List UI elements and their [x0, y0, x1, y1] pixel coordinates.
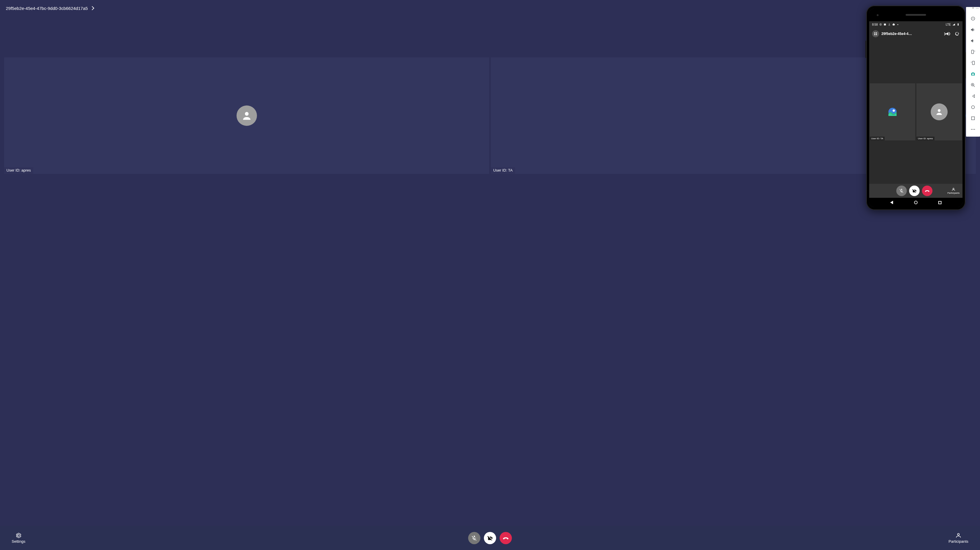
emulator-zoom-button[interactable]: [969, 82, 977, 89]
overview-icon: [970, 116, 975, 121]
emulator-home-button[interactable]: [969, 104, 977, 111]
emulator-back-button[interactable]: [969, 93, 977, 100]
hangup-button[interactable]: [500, 532, 512, 544]
mic-off-icon: [471, 535, 477, 541]
mic-off-icon: [899, 189, 904, 193]
rotate-right-icon: [970, 60, 975, 65]
phone-frame: 8:58 • LTE 29f5eb2e-45e4-4…: [866, 6, 966, 210]
volume-down-icon: [970, 38, 975, 43]
gear-icon: [879, 23, 882, 26]
app-header: 29f5eb2e-45e4-47bc-9dd0-3cb6624d17a5: [0, 0, 980, 16]
phone-participants-button[interactable]: Participants: [947, 187, 959, 194]
home-icon: [970, 105, 975, 110]
gear-icon: [15, 532, 22, 539]
android-nav-bar: [869, 198, 963, 207]
tile-label: User ID: TA: [491, 167, 515, 174]
phone-participants-label: Participants: [947, 192, 959, 194]
settings-label: Settings: [12, 539, 25, 544]
phone-screen: 8:58 • LTE 29f5eb2e-45e4-4…: [869, 8, 963, 207]
phone-mute-button[interactable]: [896, 185, 907, 196]
mute-button[interactable]: [468, 532, 480, 544]
camera-off-icon: [487, 535, 493, 541]
camera-button[interactable]: [484, 532, 496, 544]
phone-video-tile[interactable]: User ID: apres: [916, 83, 962, 140]
emulator-screenshot-button[interactable]: [969, 70, 977, 78]
emulator-toolbar: ✕ —: [966, 7, 980, 136]
chevron-right-icon: [90, 6, 94, 10]
call-id-text: 29f5eb2e-45e4-47bc-9dd0-3cb6624d17a5: [6, 6, 88, 11]
bottom-bar: Settings Participants: [0, 526, 980, 550]
emulator-rotate-left-button[interactable]: [969, 48, 977, 55]
signal-icon: [952, 23, 955, 26]
zoom-icon: [970, 82, 975, 88]
emulator-overview-button[interactable]: [969, 115, 977, 122]
phone-bezel-top: [869, 8, 963, 21]
switch-camera-icon[interactable]: [955, 31, 959, 36]
tile-label: User ID: apres: [4, 167, 33, 174]
nav-recents-icon[interactable]: [938, 201, 942, 204]
participants-label: Participants: [948, 539, 968, 544]
status-time: 8:58: [872, 23, 878, 26]
calendar-icon: [883, 23, 886, 26]
nav-back-icon[interactable]: [890, 201, 893, 204]
tile-label: User ID: TA: [870, 136, 885, 140]
status-network: LTE: [946, 23, 951, 26]
nav-home-icon[interactable]: [914, 201, 918, 204]
battery-icon: [957, 23, 959, 26]
call-controls: [468, 532, 512, 544]
phone-video-area: User ID: TA User ID: apres: [869, 40, 963, 184]
emulator-volume-down-button[interactable]: [969, 37, 977, 44]
avatar-placeholder-icon: [237, 105, 257, 126]
hangup-icon: [503, 535, 509, 541]
android-status-bar: 8:58 • LTE: [869, 21, 963, 28]
speaker-icon[interactable]: [946, 31, 951, 36]
emulator-rotate-right-button[interactable]: [969, 59, 977, 67]
power-icon: [970, 16, 975, 21]
emulator-more-button[interactable]: [969, 126, 977, 133]
layout-button[interactable]: [872, 30, 879, 37]
camera-off-icon: [912, 189, 917, 193]
phone-app-header: 29f5eb2e-45e4-4…: [869, 28, 963, 40]
svg-rect-17: [958, 24, 958, 25]
emulator-minimize-icon[interactable]: —: [976, 7, 979, 10]
volume-up-icon: [970, 27, 975, 32]
emulator-volume-up-button[interactable]: [969, 26, 977, 33]
back-icon: [970, 94, 975, 99]
svg-rect-16: [884, 24, 886, 25]
hangup-icon: [925, 189, 929, 193]
phone-video-grid: User ID: TA User ID: apres: [869, 83, 963, 140]
video-tile[interactable]: User ID: apres: [4, 57, 489, 174]
video-grid: User ID: apres User ID: TA: [4, 57, 976, 174]
svg-rect-18: [958, 23, 958, 24]
emulator-power-button[interactable]: [969, 15, 977, 22]
phone-camera-button[interactable]: [909, 185, 920, 196]
rotate-left-icon: [970, 49, 975, 54]
download-icon: [888, 23, 891, 26]
phone-call-id[interactable]: 29f5eb2e-45e4-4…: [881, 32, 942, 36]
drive-icon: [892, 23, 895, 26]
person-icon: [951, 187, 956, 192]
grid-icon: [874, 32, 877, 36]
call-title-row[interactable]: 29f5eb2e-45e4-47bc-9dd0-3cb6624d17a5: [6, 6, 94, 11]
emulator-close-icon[interactable]: ✕: [972, 7, 974, 10]
avatar-placeholder-icon: [931, 103, 948, 120]
phone-video-tile[interactable]: User ID: TA: [870, 83, 915, 140]
more-icon: [970, 127, 975, 132]
phone-bottom-bar: Participants: [869, 184, 963, 198]
tile-label: User ID: apres: [916, 136, 934, 140]
gallery-avatar-icon: [884, 103, 901, 120]
settings-button[interactable]: Settings: [12, 532, 25, 544]
participants-button[interactable]: Participants: [948, 532, 968, 544]
person-icon: [955, 532, 962, 539]
phone-hangup-button[interactable]: [922, 185, 932, 196]
camera-icon: [970, 71, 975, 77]
